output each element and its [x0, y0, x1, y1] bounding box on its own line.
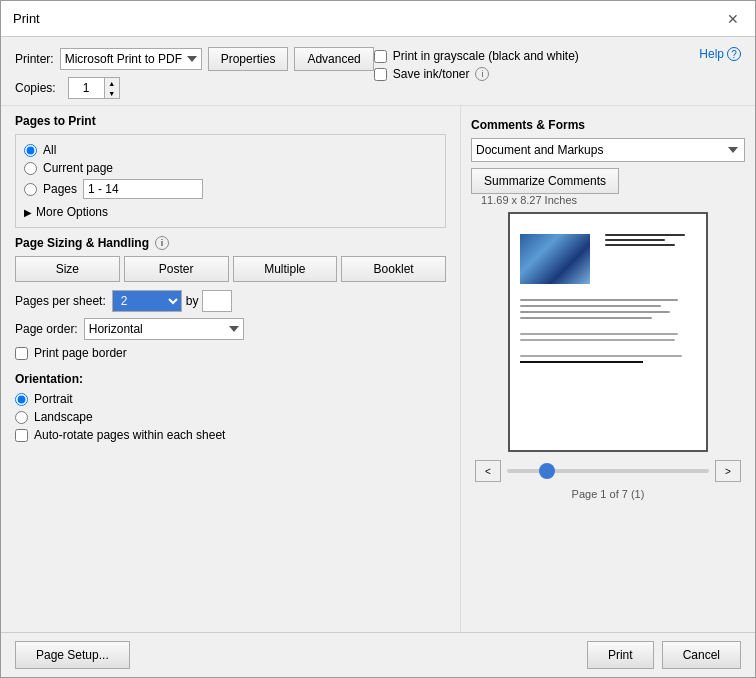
auto-rotate-row: Auto-rotate pages within each sheet	[15, 428, 446, 442]
dialog-title: Print	[13, 11, 40, 26]
pages-to-print-box: All Current page Pages	[15, 134, 446, 228]
pps-by-input[interactable]	[202, 290, 232, 312]
next-page-button[interactable]: >	[715, 460, 741, 482]
current-radio[interactable]	[24, 162, 37, 175]
copies-input-wrap: ▲ ▼	[68, 77, 120, 99]
booklet-button[interactable]: Booklet	[341, 256, 446, 282]
grayscale-checkbox[interactable]	[374, 50, 387, 63]
order-row: Page order: Horizontal Vertical Horizont…	[15, 318, 446, 340]
copies-down[interactable]: ▼	[105, 88, 119, 98]
doc-line-3	[605, 244, 675, 246]
text-line-7	[520, 355, 682, 357]
page-slider[interactable]	[507, 469, 709, 473]
summarize-button[interactable]: Summarize Comments	[471, 168, 619, 194]
copies-input[interactable]	[68, 77, 104, 99]
sizing-header: Page Sizing & Handling i	[15, 236, 446, 250]
title-bar: Print ✕	[1, 1, 755, 37]
pages-radio-group: All Current page Pages	[24, 143, 437, 199]
by-label: by	[186, 294, 199, 308]
printer-select[interactable]: Microsoft Print to PDF	[60, 48, 202, 70]
order-label: Page order:	[15, 322, 78, 336]
print-border-row: Print page border	[15, 346, 446, 360]
advanced-button[interactable]: Advanced	[294, 47, 373, 71]
dark-line	[520, 361, 643, 363]
grayscale-row: Print in grayscale (black and white)	[374, 49, 579, 63]
preview-image	[510, 214, 706, 450]
size-button[interactable]: Size	[15, 256, 120, 282]
orientation-radio-group: Portrait Landscape Auto-rotate pages wit…	[15, 392, 446, 442]
print-dialog: Print ✕ Printer: Microsoft Print to PDF …	[0, 0, 756, 678]
pps-select[interactable]: 2 4 6 9 16	[112, 290, 182, 312]
pps-row: Pages per sheet: 2 4 6 9 16	[15, 290, 446, 312]
text-line-3	[520, 311, 670, 313]
top-section: Printer: Microsoft Print to PDF Properti…	[1, 37, 755, 106]
close-button[interactable]: ✕	[723, 9, 743, 29]
print-border-checkbox[interactable]	[15, 347, 28, 360]
bottom-right-buttons: Print Cancel	[587, 641, 741, 669]
portrait-label: Portrait	[34, 392, 73, 406]
more-options-label: More Options	[36, 205, 108, 219]
copies-label: Copies:	[15, 81, 56, 95]
pages-range-input[interactable]	[83, 179, 203, 199]
auto-rotate-label: Auto-rotate pages within each sheet	[34, 428, 225, 442]
prev-page-button[interactable]: <	[475, 460, 501, 482]
slider-thumb	[539, 463, 555, 479]
pages-to-print-section: Pages to Print All Current page	[15, 114, 446, 228]
left-panel: Pages to Print All Current page	[1, 106, 461, 632]
preview-blue-block	[520, 234, 590, 284]
doc-line-1	[605, 234, 685, 236]
portrait-radio[interactable]	[15, 393, 28, 406]
preview-doc-lines	[605, 234, 685, 246]
orientation-section: Orientation: Portrait Landscape Auto-	[15, 372, 446, 442]
pages-radio-row: Pages	[24, 179, 437, 199]
right-panel: Comments & Forms Document and Markups Do…	[461, 106, 755, 632]
all-label: All	[43, 143, 56, 157]
cancel-button[interactable]: Cancel	[662, 641, 741, 669]
pages-to-print-title: Pages to Print	[15, 114, 446, 128]
ink-checkbox[interactable]	[374, 68, 387, 81]
pages-label: Pages	[43, 182, 77, 196]
more-options-row[interactable]: ▶ More Options	[24, 205, 437, 219]
printer-label: Printer:	[15, 52, 54, 66]
page-sizing-section: Page Sizing & Handling i Size Poster Mul…	[15, 236, 446, 360]
landscape-row: Landscape	[15, 410, 446, 424]
ink-label: Save ink/toner	[393, 67, 470, 81]
multiple-button[interactable]: Multiple	[233, 256, 338, 282]
all-radio-row: All	[24, 143, 437, 157]
comments-forms-section: Comments & Forms Document and Markups Do…	[471, 118, 745, 194]
current-radio-row: Current page	[24, 161, 437, 175]
preview-box	[508, 212, 708, 452]
pps-label: Pages per sheet:	[15, 294, 106, 308]
orientation-title: Orientation:	[15, 372, 446, 386]
poster-button[interactable]: Poster	[124, 256, 229, 282]
printer-row: Printer: Microsoft Print to PDF Properti…	[15, 47, 374, 71]
help-label: Help	[699, 47, 724, 61]
all-radio[interactable]	[24, 144, 37, 157]
text-line-1	[520, 299, 678, 301]
page-setup-button[interactable]: Page Setup...	[15, 641, 130, 669]
auto-rotate-checkbox[interactable]	[15, 429, 28, 442]
bottom-bar: Page Setup... Print Cancel	[1, 632, 755, 677]
grayscale-label: Print in grayscale (black and white)	[393, 49, 579, 63]
copies-up[interactable]: ▲	[105, 78, 119, 88]
print-button[interactable]: Print	[587, 641, 654, 669]
properties-button[interactable]: Properties	[208, 47, 289, 71]
pages-radio[interactable]	[24, 183, 37, 196]
ink-info-icon[interactable]: i	[475, 67, 489, 81]
sizing-info-icon[interactable]: i	[155, 236, 169, 250]
order-select[interactable]: Horizontal Vertical Horizontal Reversed …	[84, 318, 244, 340]
portrait-row: Portrait	[15, 392, 446, 406]
landscape-radio[interactable]	[15, 411, 28, 424]
copies-spinner: ▲ ▼	[104, 77, 120, 99]
doc-line-2	[605, 239, 665, 241]
preview-size-label: 11.69 x 8.27 Inches	[481, 194, 577, 206]
doc-text-block	[520, 299, 696, 367]
sizing-buttons: Size Poster Multiple Booklet	[15, 256, 446, 282]
dialog-content: Printer: Microsoft Print to PDF Properti…	[1, 37, 755, 677]
main-area: Pages to Print All Current page	[1, 106, 755, 632]
help-link[interactable]: Help ?	[699, 47, 741, 61]
text-line-6	[520, 339, 675, 341]
copies-row: Copies: ▲ ▼	[15, 77, 374, 99]
comments-forms-select[interactable]: Document and Markups Document Document a…	[471, 138, 745, 162]
text-line-2	[520, 305, 661, 307]
